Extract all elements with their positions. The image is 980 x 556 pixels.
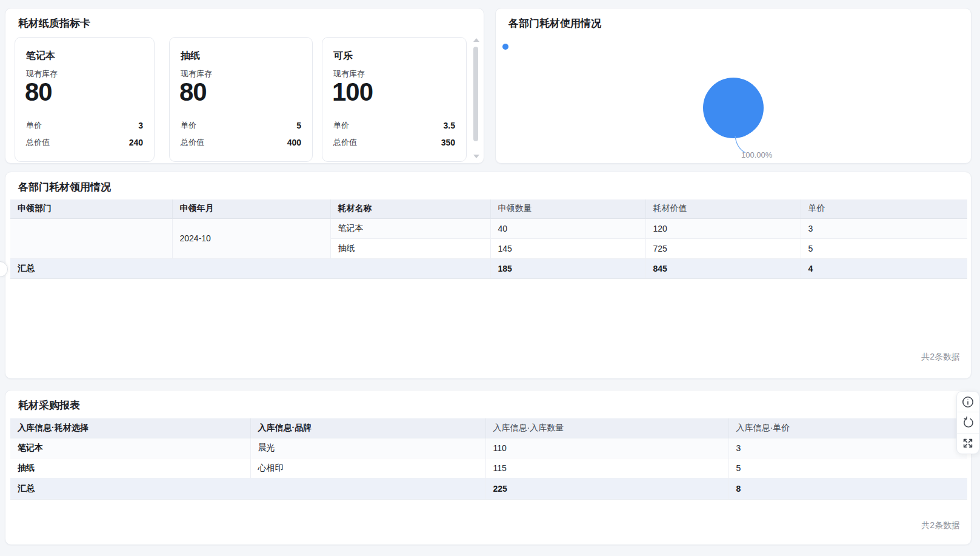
- scrollbar-thumb[interactable]: [473, 47, 478, 141]
- kpi-stock-value: 80: [179, 78, 207, 107]
- table-summary-row: 汇总 225 8: [10, 478, 967, 499]
- kpi-metric-label: 单价: [333, 120, 349, 131]
- kpi-metric-label: 单价: [26, 120, 42, 131]
- refresh-icon[interactable]: [957, 412, 979, 432]
- kpi-panel: 耗材纸质指标卡 笔记本 现有库存 80 单价 3 总价值 240 抽纸 现有库存…: [5, 8, 484, 164]
- cell-qty: 145: [490, 238, 645, 258]
- summary-qty: 225: [485, 478, 728, 499]
- kpi-card-title: 抽纸: [181, 50, 200, 62]
- summary-price: 8: [728, 478, 967, 499]
- scroll-down-icon[interactable]: [473, 155, 479, 158]
- cell-item: 抽纸: [10, 458, 250, 478]
- kpi-metric-label: 总价值: [26, 137, 50, 148]
- cell-item: 抽纸: [330, 238, 490, 258]
- scroll-up-icon[interactable]: [473, 38, 479, 42]
- kpi-panel-title: 耗材纸质指标卡: [18, 16, 90, 30]
- summary-price: 4: [801, 258, 967, 278]
- cell-dept: [10, 218, 172, 258]
- kpi-card-cola: 可乐 现有库存 100 单价 3.5 总价值 350: [322, 37, 467, 162]
- col-header-qty: 申领数量: [490, 199, 645, 218]
- kpi-metric-value: 3: [138, 121, 143, 130]
- col-header-item: 耗材名称: [330, 199, 490, 218]
- fullscreen-icon[interactable]: [957, 433, 979, 454]
- requisition-panel: 各部门耗材领用情况 申领部门 申领年月 耗材名称 申领数量 耗材价值 单价 20…: [5, 172, 972, 379]
- row-count-label: 共2条数据: [921, 352, 960, 363]
- floating-toolbar: [956, 391, 979, 454]
- kpi-metric-row: 总价值 350: [333, 137, 455, 148]
- kpi-metric-value: 3.5: [444, 121, 455, 130]
- kpi-card-title: 可乐: [333, 50, 353, 62]
- cell-brand: 晨光: [250, 438, 485, 458]
- kpi-card-tissue: 抽纸 现有库存 80 单价 5 总价值 400: [169, 37, 313, 162]
- cell-price: 3: [728, 438, 967, 458]
- pie-percent-label: 100.00%: [741, 150, 772, 159]
- row-count-label: 共2条数据: [921, 520, 960, 531]
- kpi-metric-row: 单价 3.5: [333, 120, 455, 131]
- kpi-card-notebook: 笔记本 现有库存 80 单价 3 总价值 240: [15, 37, 155, 162]
- cell-brand: 心相印: [250, 458, 485, 478]
- kpi-metric-value: 5: [296, 121, 301, 130]
- cell-price: 3: [801, 218, 967, 238]
- col-header-price: 入库信息·单价: [728, 418, 967, 438]
- cell-price: 5: [728, 458, 967, 478]
- purchase-table: 入库信息·耗材选择 入库信息·品牌 入库信息·入库数量 入库信息·单价 笔记本 …: [10, 418, 967, 500]
- cell-value: 725: [645, 238, 801, 258]
- kpi-card-title: 笔记本: [26, 50, 55, 62]
- kpi-stock-value: 80: [25, 78, 52, 107]
- table-row: 抽纸 心相印 115 5: [10, 458, 967, 478]
- summary-label: 汇总: [10, 478, 485, 499]
- requisition-panel-title: 各部门耗材领用情况: [18, 180, 111, 194]
- col-header-qty: 入库信息·入库数量: [485, 418, 728, 438]
- col-header-brand: 入库信息·品牌: [250, 418, 485, 438]
- usage-pie-panel: 各部门耗材使用情况 100.00%: [495, 8, 972, 164]
- kpi-metric-label: 总价值: [333, 137, 357, 148]
- requisition-table: 申领部门 申领年月 耗材名称 申领数量 耗材价值 单价 2024-10 笔记本 …: [10, 199, 967, 279]
- purchase-panel: 耗材采购报表 入库信息·耗材选择 入库信息·品牌 入库信息·入库数量 入库信息·…: [5, 390, 972, 545]
- cell-qty: 40: [490, 218, 645, 238]
- kpi-scrollbar[interactable]: [472, 37, 481, 159]
- purchase-panel-title: 耗材采购报表: [18, 398, 80, 412]
- cell-item: 笔记本: [10, 438, 250, 458]
- col-header-item: 入库信息·耗材选择: [10, 418, 250, 438]
- cell-value: 120: [645, 218, 801, 238]
- cell-item: 笔记本: [330, 218, 490, 238]
- table-header-row: 申领部门 申领年月 耗材名称 申领数量 耗材价值 单价: [10, 199, 967, 218]
- col-header-value: 耗材价值: [645, 199, 801, 218]
- summary-value: 845: [645, 258, 801, 278]
- kpi-metric-label: 总价值: [181, 137, 204, 148]
- summary-qty: 185: [490, 258, 645, 278]
- kpi-metric-row: 总价值 240: [26, 137, 143, 148]
- cell-price: 5: [801, 238, 967, 258]
- kpi-metric-row: 单价 3: [26, 120, 143, 131]
- col-header-dept: 申领部门: [10, 199, 172, 218]
- kpi-metric-row: 总价值 400: [181, 137, 301, 148]
- kpi-metric-value: 400: [287, 138, 301, 147]
- kpi-stock-value: 100: [332, 78, 373, 107]
- col-header-price: 单价: [801, 199, 967, 218]
- legend-dot-icon[interactable]: [502, 44, 508, 50]
- summary-label: 汇总: [10, 258, 490, 278]
- info-icon[interactable]: [957, 392, 979, 412]
- kpi-metric-value: 240: [129, 138, 143, 147]
- cell-month: 2024-10: [172, 218, 330, 258]
- col-header-month: 申领年月: [172, 199, 330, 218]
- table-row: 笔记本 晨光 110 3: [10, 438, 967, 458]
- kpi-metric-value: 350: [441, 138, 455, 147]
- table-row: 2024-10 笔记本 40 120 3: [10, 218, 967, 238]
- table-header-row: 入库信息·耗材选择 入库信息·品牌 入库信息·入库数量 入库信息·单价: [10, 418, 967, 438]
- kpi-metric-label: 单价: [181, 120, 196, 131]
- cell-qty: 115: [485, 458, 728, 478]
- table-summary-row: 汇总 185 845 4: [10, 258, 967, 278]
- cell-qty: 110: [485, 438, 728, 458]
- usage-panel-title: 各部门耗材使用情况: [508, 16, 601, 30]
- pie-slice[interactable]: [703, 78, 764, 138]
- kpi-metric-row: 单价 5: [181, 120, 301, 131]
